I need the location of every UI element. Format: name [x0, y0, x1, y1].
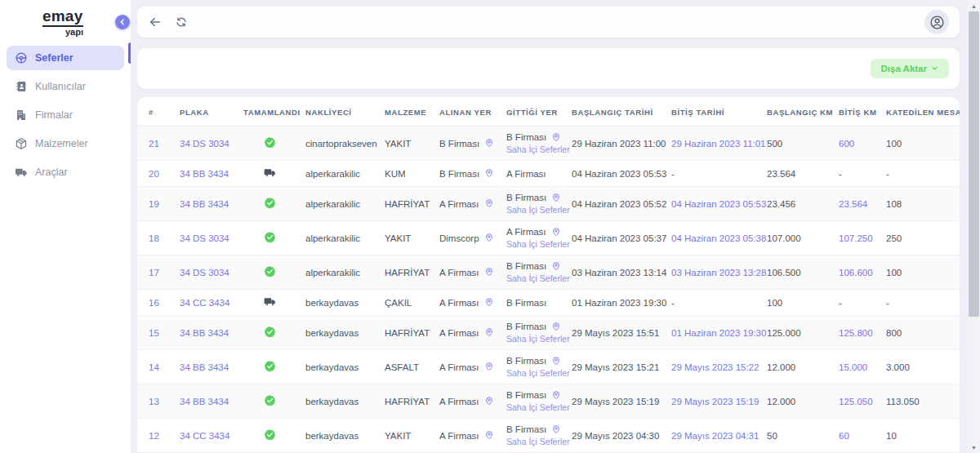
destination-location: B Firması: [506, 261, 546, 271]
trip-number-link[interactable]: 19: [149, 199, 159, 209]
location-pin-icon[interactable]: [484, 396, 494, 406]
end-km: -: [834, 290, 881, 316]
export-button[interactable]: Dışa Aktar: [871, 59, 949, 78]
trips-table: #PLAKATAMAMLANDINAKLİYECİMALZEMEALINAN Y…: [137, 97, 960, 453]
location-pin-icon[interactable]: [484, 362, 494, 371]
plate-link[interactable]: 34 DS 3034: [180, 139, 229, 149]
end-km[interactable]: 107.250: [834, 221, 881, 255]
sidebar-item-seferler[interactable]: Seferler: [7, 46, 124, 70]
back-button[interactable]: [148, 15, 163, 29]
start-km: 500: [762, 127, 834, 161]
start-date: 04 Haziran 2023 05:37: [567, 221, 666, 255]
end-date[interactable]: 29 Mayıs 2023 15:22: [666, 350, 762, 384]
destination-location: B Firması: [506, 298, 546, 308]
site-trips-link[interactable]: Saha İçi Seferler: [506, 239, 562, 249]
site-trips-link[interactable]: Saha İçi Seferler: [506, 368, 562, 378]
pickup-location: A Firması: [439, 298, 479, 308]
trip-number-link[interactable]: 21: [149, 139, 159, 149]
end-date[interactable]: 04 Haziran 2023 05:38: [666, 221, 762, 255]
location-pin-icon[interactable]: [484, 198, 494, 208]
end-km[interactable]: 15.000: [834, 350, 881, 384]
site-trips-link[interactable]: Saha İçi Seferler: [506, 334, 562, 344]
plate-link[interactable]: 34 BB 3434: [180, 199, 229, 209]
location-pin-icon[interactable]: [551, 227, 561, 237]
trip-number-link[interactable]: 20: [149, 169, 159, 179]
plate-link[interactable]: 34 BB 3434: [180, 397, 229, 406]
location-pin-icon[interactable]: [484, 297, 494, 307]
site-trips-link[interactable]: Saha İçi Seferler: [506, 273, 562, 283]
site-trips-link[interactable]: Saha İçi Seferler: [506, 437, 562, 446]
end-km[interactable]: 106.600: [834, 255, 881, 290]
plate-link[interactable]: 34 BB 3434: [180, 362, 229, 372]
sidebar-item-malzemeler[interactable]: Malzemeler: [7, 131, 124, 156]
location-pin-icon[interactable]: [551, 193, 561, 202]
location-pin-icon[interactable]: [551, 424, 561, 434]
site-trips-link[interactable]: Saha İçi Seferler: [506, 205, 562, 215]
scroll-down-arrow[interactable]: ▼: [968, 442, 980, 453]
end-km[interactable]: 23.564: [834, 187, 881, 221]
trip-number-link[interactable]: 15: [149, 328, 159, 338]
destination-location: A Firması: [506, 169, 546, 179]
trip-row: 20 34 BB 3434 alperkarakilic KUM B Firma…: [137, 161, 960, 187]
distance: 113.050: [881, 384, 960, 419]
plate-link[interactable]: 34 DS 3034: [180, 233, 229, 243]
refresh-icon: [176, 16, 187, 28]
destination-location: B Firması: [506, 424, 546, 434]
trip-row: 16 34 CC 3434 berkaydavas ÇAKIL A Firmas…: [137, 290, 960, 316]
trip-number-link[interactable]: 18: [149, 233, 159, 243]
end-km[interactable]: 125.050: [834, 384, 881, 419]
refresh-button[interactable]: [176, 16, 187, 28]
plate-link[interactable]: 34 CC 3434: [180, 298, 229, 308]
material-name: YAKIT: [380, 221, 434, 255]
site-trips-link[interactable]: Saha İçi Seferler: [506, 144, 562, 154]
sidebar-item-firmalar[interactable]: Firmalar: [7, 103, 124, 127]
location-pin-icon[interactable]: [551, 132, 561, 142]
location-pin-icon[interactable]: [484, 138, 494, 148]
trip-row: 18 34 DS 3034 alperkarakilic YAKIT Dimsc…: [137, 221, 960, 255]
trip-number-link[interactable]: 12: [149, 431, 159, 441]
location-pin-icon[interactable]: [484, 168, 494, 178]
trip-number-link[interactable]: 13: [149, 397, 159, 406]
site-trips-link[interactable]: Saha İçi Seferler: [506, 402, 562, 412]
trip-number-link[interactable]: 14: [149, 362, 159, 372]
truck-icon: [264, 167, 276, 179]
end-date[interactable]: 01 Haziran 2023 19:30: [666, 316, 762, 350]
location-pin-icon[interactable]: [484, 233, 494, 242]
distance: 108: [881, 187, 960, 221]
sidebar-item-kullanicilar[interactable]: Kullanıcılar: [7, 74, 124, 99]
end-km[interactable]: 60: [834, 419, 881, 453]
sidebar-item-araclar[interactable]: Araçlar: [7, 160, 124, 184]
end-date[interactable]: 04 Haziran 2023 05:53: [666, 187, 762, 221]
end-date[interactable]: 29 Mayıs 2023 04:31: [666, 419, 762, 453]
start-km: 125.000: [762, 316, 834, 350]
plate-link[interactable]: 34 DS 3034: [180, 268, 229, 278]
end-km[interactable]: 600: [834, 127, 881, 161]
end-date[interactable]: 29 Mayıs 2023 15:19: [666, 384, 762, 419]
plate-link[interactable]: 34 BB 3434: [180, 328, 229, 338]
column-header-baslangic-km: BAŞLANGIÇ KM: [762, 97, 834, 127]
trip-number-link[interactable]: 17: [149, 268, 159, 278]
trip-row: 17 34 DS 3034 alperkarakilic HAFRİYAT A …: [137, 255, 960, 290]
scroll-up-arrow[interactable]: ▲: [968, 0, 980, 11]
location-pin-icon[interactable]: [484, 327, 494, 337]
end-date[interactable]: 03 Haziran 2023 13:28: [666, 255, 762, 290]
location-pin-icon[interactable]: [484, 430, 494, 440]
location-pin-icon[interactable]: [484, 267, 494, 277]
plate-link[interactable]: 34 BB 3434: [180, 169, 229, 179]
user-menu-button[interactable]: [924, 10, 949, 34]
location-pin-icon[interactable]: [551, 261, 561, 271]
trip-number-link[interactable]: 16: [149, 298, 159, 308]
sidebar-collapse-button[interactable]: [115, 15, 130, 29]
end-date[interactable]: 29 Haziran 2023 11:01: [666, 127, 762, 161]
trip-row: 13 34 BB 3434 berkaydavas HAFRİYAT A Fir…: [137, 384, 960, 419]
plate-link[interactable]: 34 CC 3434: [180, 431, 229, 441]
location-pin-icon[interactable]: [551, 390, 561, 400]
scrollbar-thumb[interactable]: [969, 11, 979, 317]
check-badge-icon: [264, 360, 276, 372]
sidebar-item-label: Kullanıcılar: [35, 81, 86, 92]
carrier-name: alperkarakilic: [301, 161, 380, 187]
vertical-scrollbar[interactable]: ▲ ▼: [968, 0, 980, 453]
end-km[interactable]: 125.800: [834, 316, 881, 350]
location-pin-icon[interactable]: [551, 322, 561, 331]
location-pin-icon[interactable]: [551, 356, 561, 366]
